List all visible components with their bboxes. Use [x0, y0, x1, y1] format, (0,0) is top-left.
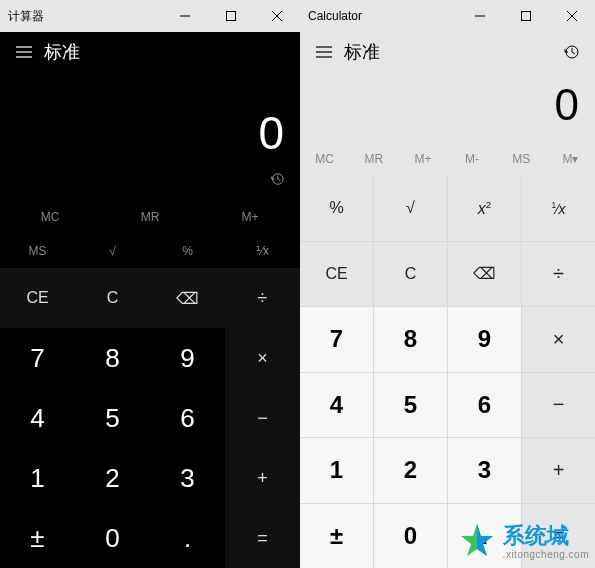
calculator-window-light: Calculator 标准 0 MC MR M+ M- MS M▾ % √ x2… [300, 0, 595, 568]
key-add[interactable]: + [522, 438, 595, 503]
key-percent[interactable]: % [300, 176, 373, 241]
fn-inverse[interactable]: ⅟x [225, 234, 300, 268]
key-subtract[interactable]: − [225, 388, 300, 448]
minimize-button[interactable] [457, 0, 503, 32]
svg-rect-1 [227, 12, 236, 21]
key-square-label: x2 [478, 199, 491, 218]
title-bar: Calculator [300, 0, 595, 32]
calculator-window-dark: 计算器 标准 0 MC MR M+ MS √ % ⅟x CE C ⌫ ÷ 7 8… [0, 0, 300, 568]
key-0[interactable]: 0 [374, 504, 447, 569]
key-sqrt[interactable]: √ [374, 176, 447, 241]
mode-bar: 标准 [0, 32, 300, 72]
key-2[interactable]: 2 [75, 448, 150, 508]
key-9[interactable]: 9 [448, 307, 521, 372]
key-inverse[interactable]: 1⁄x [522, 176, 595, 241]
result-display: 0 [0, 72, 300, 172]
fn-percent[interactable]: % [150, 234, 225, 268]
key-decimal[interactable]: . [150, 508, 225, 568]
close-button[interactable] [549, 0, 595, 32]
watermark-name: 系统城 [503, 524, 589, 548]
key-7[interactable]: 7 [0, 328, 75, 388]
watermark-url: .xitongcheng.com [503, 549, 589, 560]
key-subtract[interactable]: − [522, 373, 595, 438]
mem-mr[interactable]: MR [349, 142, 398, 176]
key-plusminus[interactable]: ± [0, 508, 75, 568]
mem-ms[interactable]: MS [497, 142, 546, 176]
mem-mplus[interactable]: M+ [200, 200, 300, 234]
key-5[interactable]: 5 [374, 373, 447, 438]
key-4[interactable]: 4 [0, 388, 75, 448]
key-inverse-label: 1⁄x [551, 200, 565, 217]
key-divide[interactable]: ÷ [225, 268, 300, 328]
key-1[interactable]: 1 [0, 448, 75, 508]
key-2[interactable]: 2 [374, 438, 447, 503]
key-ce[interactable]: CE [300, 242, 373, 307]
key-ce[interactable]: CE [0, 268, 75, 328]
mem-mplus[interactable]: M+ [398, 142, 447, 176]
key-5[interactable]: 5 [75, 388, 150, 448]
key-square[interactable]: x2 [448, 176, 521, 241]
menu-icon[interactable] [8, 36, 40, 68]
key-c[interactable]: C [374, 242, 447, 307]
mem-mc[interactable]: MC [0, 200, 100, 234]
key-c[interactable]: C [75, 268, 150, 328]
window-title: 计算器 [0, 8, 162, 25]
memory-row: MC MR M+ M- MS M▾ [300, 142, 595, 176]
key-8[interactable]: 8 [75, 328, 150, 388]
fn-sqrt[interactable]: √ [75, 234, 150, 268]
key-plusminus[interactable]: ± [300, 504, 373, 569]
key-1[interactable]: 1 [300, 438, 373, 503]
maximize-button[interactable] [503, 0, 549, 32]
memory-row-1: MC MR M+ [0, 200, 300, 234]
key-multiply[interactable]: × [225, 328, 300, 388]
memory-row-2: MS √ % ⅟x [0, 234, 300, 268]
history-icon[interactable] [270, 172, 284, 200]
key-equals[interactable]: = [225, 508, 300, 568]
window-controls [457, 0, 595, 32]
mode-bar: 标准 [300, 32, 595, 72]
mem-mc[interactable]: MC [300, 142, 349, 176]
watermark: 系统城 .xitongcheng.com [457, 522, 589, 562]
key-add[interactable]: + [225, 448, 300, 508]
mem-mr[interactable]: MR [100, 200, 200, 234]
key-4[interactable]: 4 [300, 373, 373, 438]
key-0[interactable]: 0 [75, 508, 150, 568]
key-6[interactable]: 6 [150, 388, 225, 448]
key-8[interactable]: 8 [374, 307, 447, 372]
key-multiply[interactable]: × [522, 307, 595, 372]
title-bar: 计算器 [0, 0, 300, 32]
mem-mlist[interactable]: M▾ [546, 142, 595, 176]
minimize-button[interactable] [162, 0, 208, 32]
close-button[interactable] [254, 0, 300, 32]
mode-label: 标准 [44, 40, 292, 64]
keypad: CE C ⌫ ÷ 7 8 9 × 4 5 6 − 1 2 3 + ± 0 . = [0, 268, 300, 568]
svg-rect-9 [522, 12, 531, 21]
key-9[interactable]: 9 [150, 328, 225, 388]
key-3[interactable]: 3 [448, 438, 521, 503]
window-title: Calculator [300, 9, 457, 23]
svg-marker-17 [477, 524, 493, 556]
mem-mminus[interactable]: M- [448, 142, 497, 176]
key-7[interactable]: 7 [300, 307, 373, 372]
history-button-row [0, 172, 300, 200]
key-divide[interactable]: ÷ [522, 242, 595, 307]
key-backspace[interactable]: ⌫ [150, 268, 225, 328]
history-icon[interactable] [555, 36, 587, 68]
menu-icon[interactable] [308, 36, 340, 68]
key-backspace[interactable]: ⌫ [448, 242, 521, 307]
result-display: 0 [300, 72, 595, 142]
window-controls [162, 0, 300, 32]
mode-label: 标准 [344, 40, 555, 64]
maximize-button[interactable] [208, 0, 254, 32]
keypad: % √ x2 1⁄x CE C ⌫ ÷ 7 8 9 × 4 5 6 − 1 2 … [300, 176, 595, 568]
key-6[interactable]: 6 [448, 373, 521, 438]
mem-ms[interactable]: MS [0, 234, 75, 268]
key-3[interactable]: 3 [150, 448, 225, 508]
watermark-text: 系统城 .xitongcheng.com [503, 524, 589, 559]
watermark-logo-icon [457, 522, 497, 562]
